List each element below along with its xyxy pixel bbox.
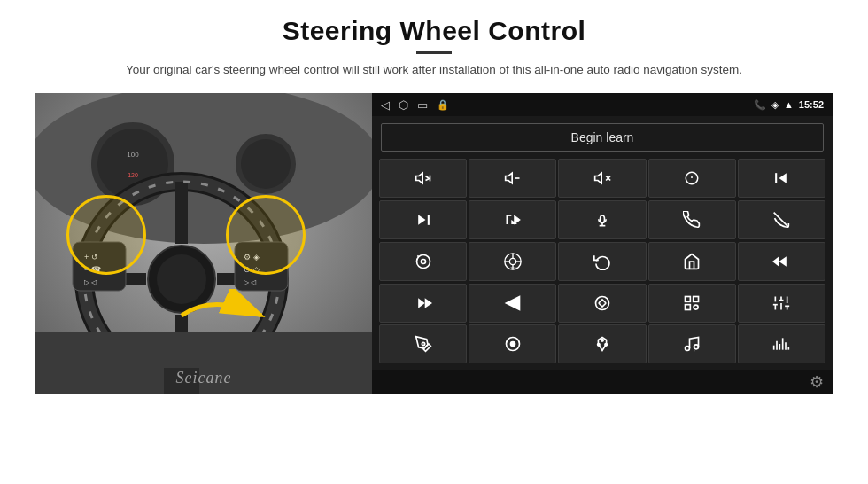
svg-point-55 [509, 258, 515, 264]
ctrl-btn-nav[interactable] [469, 284, 556, 323]
back-nav-icon[interactable]: ◁ [381, 98, 390, 112]
svg-line-52 [417, 255, 419, 257]
arrow-overlay [177, 289, 275, 346]
ctrl-btn-back[interactable] [558, 242, 646, 281]
begin-learn-row: Begin learn [372, 116, 833, 159]
ctrl-btn-mic[interactable] [558, 200, 646, 239]
svg-point-80 [422, 343, 424, 346]
ctrl-btn-radio[interactable] [648, 284, 736, 323]
svg-marker-65 [506, 296, 519, 309]
ctrl-btn-rewind[interactable] [738, 242, 825, 281]
svg-text:▷  ◁: ▷ ◁ [244, 278, 257, 286]
ctrl-btn-eq[interactable] [738, 284, 825, 323]
svg-rect-67 [686, 296, 691, 301]
svg-text:360°: 360° [510, 267, 517, 270]
svg-point-70 [694, 305, 698, 309]
recents-nav-icon[interactable]: ▭ [417, 98, 428, 112]
ctrl-btn-call[interactable] [648, 200, 736, 239]
svg-rect-69 [686, 304, 691, 309]
svg-point-53 [421, 259, 425, 263]
svg-point-82 [510, 342, 515, 347]
ctrl-btn-home[interactable] [648, 242, 736, 281]
svg-text:120: 120 [128, 172, 138, 178]
ctrl-btn-mute[interactable] [558, 159, 646, 198]
ctrl-btn-skip-fwd[interactable] [469, 200, 556, 239]
ctrl-btn-music[interactable]: ♪ [648, 324, 736, 363]
status-right: 📞 ◈ ▲ 15:52 [754, 99, 824, 111]
android-panel: ◁ ⬡ ▭ 🔒 📞 ◈ ▲ 15:52 Begin learn 360°♪ [372, 93, 833, 394]
ctrl-btn-vol-down[interactable] [469, 159, 556, 198]
bottom-bar: ⚙ [372, 370, 833, 394]
lock-icon: 🔒 [437, 99, 449, 111]
highlight-circle-right [226, 195, 306, 275]
ctrl-btn-spectrum[interactable] [738, 324, 825, 363]
subtitle: Your original car's steering wheel contr… [126, 61, 742, 79]
page-wrapper: Steering Wheel Control Your original car… [0, 0, 868, 484]
svg-point-5 [241, 139, 291, 189]
wifi-icon: ◈ [771, 99, 779, 111]
ctrl-btn-hang-up[interactable] [738, 200, 825, 239]
svg-marker-61 [779, 256, 787, 267]
svg-marker-28 [415, 173, 422, 183]
ctrl-btn-power[interactable] [648, 159, 736, 198]
settings-gear-icon[interactable]: ⚙ [810, 372, 824, 392]
svg-rect-26 [164, 368, 199, 394]
svg-text:100: 100 [127, 151, 139, 159]
svg-point-86 [686, 347, 690, 351]
content-area: 100 120 + ↺ − ☎ ▷ ◁ [35, 93, 833, 394]
svg-marker-41 [418, 215, 425, 225]
svg-marker-32 [505, 173, 512, 183]
ctrl-btn-next[interactable] [379, 200, 467, 239]
title-section: Steering Wheel Control Your original car… [126, 16, 742, 79]
svg-marker-64 [424, 298, 431, 308]
ctrl-btn-360-view[interactable]: 360° [469, 242, 556, 281]
signal-icon: ▲ [784, 99, 794, 110]
svg-point-47 [600, 215, 604, 222]
title-divider [416, 51, 452, 54]
svg-marker-39 [779, 173, 787, 183]
ctrl-btn-source[interactable] [558, 284, 646, 323]
svg-text:♪: ♪ [694, 349, 695, 354]
steering-photo: 100 120 + ↺ − ☎ ▷ ◁ [35, 93, 372, 394]
ctrl-btn-camera[interactable] [379, 242, 467, 281]
svg-point-84 [598, 344, 601, 347]
status-bar: ◁ ⬡ ▭ 🔒 📞 ◈ ▲ 15:52 [372, 93, 833, 116]
ctrl-btn-prev-track[interactable] [738, 159, 825, 198]
svg-rect-68 [694, 296, 699, 301]
ctrl-btn-edit[interactable] [379, 324, 467, 363]
status-left: ◁ ⬡ ▭ 🔒 [381, 98, 449, 112]
controls-grid: 360°♪ [372, 159, 833, 370]
ctrl-btn-vol-up[interactable] [379, 159, 467, 198]
svg-marker-62 [772, 256, 779, 267]
svg-line-29 [425, 176, 428, 179]
page-title: Steering Wheel Control [126, 16, 742, 46]
svg-marker-63 [418, 298, 425, 308]
phone-icon: 📞 [754, 99, 766, 111]
svg-point-83 [601, 340, 604, 342]
home-nav-icon[interactable]: ⬡ [399, 98, 408, 112]
ctrl-btn-ff[interactable] [379, 284, 467, 323]
svg-text:▷  ◁: ▷ ◁ [84, 278, 97, 286]
begin-learn-button[interactable]: Begin learn [381, 123, 824, 152]
svg-marker-34 [595, 173, 602, 183]
svg-point-85 [605, 344, 608, 347]
ctrl-btn-bluetooth[interactable] [558, 324, 646, 363]
highlight-circle-left [66, 195, 146, 275]
ctrl-btn-record[interactable] [469, 324, 556, 363]
clock: 15:52 [799, 99, 824, 110]
